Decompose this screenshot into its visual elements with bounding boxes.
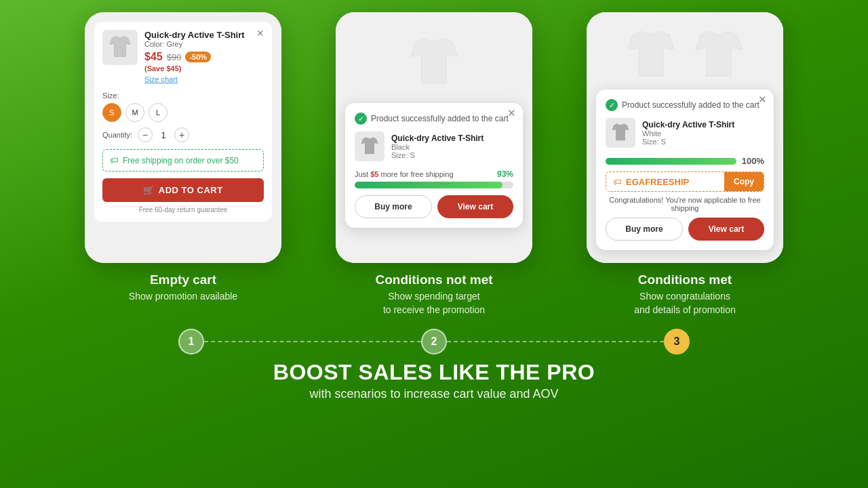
cart-item-info-3: Quick-dry Active T-Shirt White Size: S bbox=[642, 120, 734, 146]
cart-item-info-2: Quick-dry Active T-Shirt Black Size: S bbox=[391, 134, 484, 159]
phone3-content: ✕ ✓ Product successfully added to the ca… bbox=[596, 22, 774, 250]
add-to-cart-label-1: ADD TO CART bbox=[159, 185, 223, 195]
progress-after: more for free shipping bbox=[378, 170, 453, 178]
progress-amount: $5 bbox=[370, 170, 378, 178]
qty-value-1: 1 bbox=[158, 130, 169, 140]
coupon-code-3: EGAFREESHIP bbox=[626, 177, 689, 187]
progress-bar-2 bbox=[355, 182, 513, 188]
product-color-1: Color: Grey bbox=[144, 40, 245, 48]
phone1-screen: ✕ Quick-dry Active T-Shirt Color: Grey $… bbox=[85, 12, 281, 263]
progress-before: Just bbox=[355, 170, 370, 178]
product-thumbnail-1 bbox=[102, 30, 138, 65]
coupon-tag-icon-3: 🏷 bbox=[613, 177, 622, 187]
progress-text-2: Just $5 more for free shipping bbox=[355, 170, 454, 178]
shipping-promo-text-1: Free shipping on order over $50 bbox=[123, 156, 239, 165]
success-popup-3: ✕ ✓ Product successfully added to the ca… bbox=[596, 89, 774, 250]
phone1-mockup: ✕ Quick-dry Active T-Shirt Color: Grey $… bbox=[85, 12, 281, 263]
label-subtitle-1: Show promotion available bbox=[85, 290, 281, 304]
save-text-1: (Save $45) bbox=[144, 64, 245, 73]
phone2-content: ✕ ✓ Product successfully added to the ca… bbox=[345, 22, 523, 228]
discount-badge-1: -50% bbox=[185, 52, 211, 62]
steps-row: 1 2 3 bbox=[0, 329, 868, 354]
product-name-1: Quick-dry Active T-Shirt bbox=[144, 30, 245, 40]
return-guarantee-1: Free 60-day return guarantee bbox=[102, 206, 264, 214]
buy-more-button-2[interactable]: Buy more bbox=[355, 195, 432, 218]
tag-icon-1: 🏷 bbox=[110, 155, 119, 165]
close-button-1[interactable]: ✕ bbox=[254, 27, 267, 39]
cart-item-color-3: White bbox=[642, 129, 734, 138]
price-original-1: $90 bbox=[167, 52, 182, 62]
label-title-3: Conditions met bbox=[587, 272, 783, 287]
label-col-3: Conditions met Show congratulationsand d… bbox=[587, 272, 783, 317]
qty-increase-1[interactable]: + bbox=[174, 127, 189, 142]
cart-item-size-3: Size: S bbox=[642, 138, 734, 146]
product-info-1: Quick-dry Active T-Shirt Color: Grey $45… bbox=[144, 30, 245, 85]
cart-item-name-3: Quick-dry Active T-Shirt bbox=[642, 120, 734, 129]
progress-fill-2 bbox=[355, 182, 502, 188]
buy-more-button-3[interactable]: Buy more bbox=[606, 218, 683, 241]
label-col-2: Conditions not met Show spending targett… bbox=[336, 272, 532, 317]
quantity-label-1: Quantity: bbox=[102, 131, 132, 139]
free-shipping-banner-1: 🏷 Free shipping on order over $50 bbox=[102, 149, 264, 171]
cart-item-row-3: Quick-dry Active T-Shirt White Size: S bbox=[606, 118, 764, 148]
qty-decrease-1[interactable]: − bbox=[138, 127, 153, 142]
labels-row: Empty cart Show promotion available Cond… bbox=[0, 272, 868, 317]
step-dash-2-3 bbox=[447, 341, 664, 342]
price-row-1: $45 $90 -50% bbox=[144, 51, 245, 63]
success-icon-3: ✓ bbox=[606, 99, 618, 111]
phone2-bg-area bbox=[345, 22, 523, 103]
quantity-row-1: Quantity: − 1 + bbox=[102, 127, 264, 142]
action-buttons-2: Buy more View cart bbox=[355, 195, 513, 218]
phone3-mockup: ✕ ✓ Product successfully added to the ca… bbox=[587, 12, 783, 263]
bottom-text: BOOST SALES LIKE THE PRO with scenarios … bbox=[273, 360, 595, 401]
label-col-1: Empty cart Show promotion available bbox=[85, 272, 281, 317]
congrats-text-3: Congratulations! You're now applicable t… bbox=[606, 196, 764, 212]
phone2-mockup: ✕ ✓ Product successfully added to the ca… bbox=[336, 12, 532, 263]
phone3-screen: ✕ ✓ Product successfully added to the ca… bbox=[587, 12, 783, 263]
progress-pct-3: 100% bbox=[742, 156, 764, 166]
label-subtitle-2: Show spending targetto receive the promo… bbox=[336, 290, 532, 317]
coupon-banner-3: 🏷 EGAFREESHIP Copy bbox=[606, 171, 764, 192]
phone2-screen: ✕ ✓ Product successfully added to the ca… bbox=[336, 12, 532, 263]
coupon-code-area-3: 🏷 EGAFREESHIP bbox=[606, 173, 724, 191]
cart-item-color-2: Black bbox=[391, 143, 484, 151]
progress-bar-full-3 bbox=[606, 158, 736, 165]
phone3-bg-area bbox=[596, 22, 774, 89]
label-title-1: Empty cart bbox=[85, 272, 281, 287]
main-container: ✕ Quick-dry Active T-Shirt Color: Grey $… bbox=[0, 0, 868, 488]
product-card-1: ✕ Quick-dry Active T-Shirt Color: Grey $… bbox=[94, 22, 272, 222]
progress-section-2: Just $5 more for free shipping 93% bbox=[355, 169, 513, 188]
step-circle-3: 3 bbox=[664, 329, 690, 354]
action-buttons-3: Buy more View cart bbox=[606, 218, 764, 241]
save-amount-1: (Save $45) bbox=[144, 64, 181, 73]
view-cart-button-3[interactable]: View cart bbox=[688, 218, 764, 241]
size-label-1: Size: bbox=[102, 92, 264, 100]
boost-subtitle: with scenarios to increase cart value an… bbox=[273, 387, 595, 401]
label-subtitle-3: Show congratulationsand details of promo… bbox=[587, 290, 783, 317]
step-circle-2: 2 bbox=[421, 329, 447, 354]
size-section-1: Size: S M L bbox=[102, 92, 264, 122]
size-chart-link[interactable]: Size chart bbox=[144, 75, 178, 83]
cart-item-thumb-2 bbox=[355, 131, 384, 161]
product-header-1: Quick-dry Active T-Shirt Color: Grey $45… bbox=[102, 30, 264, 85]
success-icon-2: ✓ bbox=[355, 113, 367, 125]
view-cart-button-2[interactable]: View cart bbox=[437, 195, 513, 218]
success-popup-2: ✕ ✓ Product successfully added to the ca… bbox=[345, 103, 523, 228]
size-btn-l[interactable]: L bbox=[149, 103, 167, 122]
add-to-cart-button-1[interactable]: 🛒 ADD TO CART bbox=[102, 178, 264, 202]
phones-row: ✕ Quick-dry Active T-Shirt Color: Grey $… bbox=[0, 0, 868, 263]
size-options-1: S M L bbox=[102, 103, 264, 122]
size-btn-s[interactable]: S bbox=[102, 103, 121, 122]
close-button-3[interactable]: ✕ bbox=[756, 94, 768, 106]
close-button-2[interactable]: ✕ bbox=[505, 107, 517, 119]
progress-100-3: 100% bbox=[606, 156, 764, 166]
step-dash-1-2 bbox=[204, 341, 421, 342]
cart-item-thumb-3 bbox=[606, 118, 635, 148]
size-btn-m[interactable]: M bbox=[125, 103, 144, 122]
copy-coupon-button-3[interactable]: Copy bbox=[724, 172, 764, 191]
progress-percent-2: 93% bbox=[497, 169, 513, 179]
success-text-3: Product successfully added to the cart bbox=[622, 100, 760, 110]
step-circle-1: 1 bbox=[178, 329, 204, 354]
success-text-2: Product successfully added to the cart bbox=[371, 114, 509, 123]
cart-icon-1: 🛒 bbox=[143, 185, 155, 195]
